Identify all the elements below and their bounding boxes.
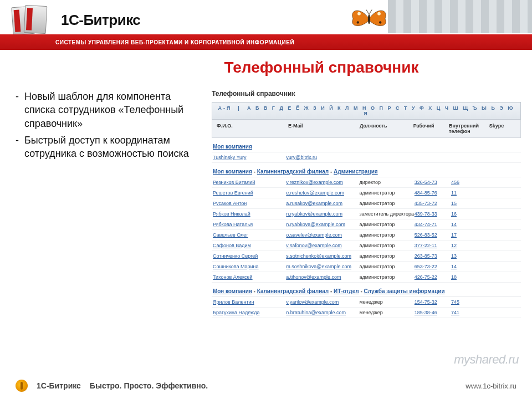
employee-ext-phone[interactable]: 745: [451, 299, 492, 305]
footer-slogan: Быстро. Просто. Эффективно.: [90, 381, 208, 390]
employee-email-link[interactable]: n.ryabkov@example.com: [286, 211, 359, 217]
watermark-text: myshared.ru: [454, 352, 519, 367]
employee-ext-phone[interactable]: 12: [451, 243, 492, 248]
breadcrumb-link[interactable]: Калининградский филиал: [257, 168, 329, 175]
employee-email-link[interactable]: n.ryabkova@example.com: [286, 222, 359, 227]
employee-work-phone[interactable]: 326-54-73: [415, 180, 451, 185]
breadcrumb-separator: -: [359, 288, 364, 294]
employee-work-phone[interactable]: 154-75-32: [415, 299, 451, 305]
employee-email-link[interactable]: v.yarilov@example.com: [286, 299, 359, 305]
svg-point-2: [377, 12, 381, 16]
employee-name-link[interactable]: Резников Виталий: [213, 180, 286, 185]
section-breadcrumb: Моя компания: [212, 138, 521, 152]
col-skype: Skype: [489, 123, 516, 134]
directory-row: Резников Виталийv.reznikov@example.comди…: [212, 177, 521, 188]
directory-table-header: Ф.И.О. E-Mail Должность Рабочий Внутренн…: [212, 120, 521, 138]
col-email: E-Mail: [288, 123, 360, 134]
employee-ext-phone[interactable]: 15: [451, 201, 492, 206]
directory-row: Tushinsky Yuryyury@bitrix.ru: [212, 152, 521, 163]
breadcrumb-link[interactable]: Моя компания: [213, 144, 252, 150]
employee-position: менеджер: [360, 310, 415, 315]
employee-name-link[interactable]: Ярилов Валентин: [213, 299, 286, 305]
employee-ext-phone[interactable]: 741: [451, 310, 492, 315]
employee-email-link[interactable]: v.safonov@example.com: [286, 243, 359, 248]
employee-work-phone[interactable]: 653-73-22: [415, 264, 451, 269]
employee-work-phone[interactable]: 426-75-22: [415, 274, 451, 280]
employee-name-link[interactable]: Сафонов Вадим: [213, 243, 286, 248]
employee-name-link[interactable]: Тихонов Алексей: [213, 274, 286, 280]
employee-ext-phone[interactable]: 18: [451, 274, 492, 280]
breadcrumb-link[interactable]: ИТ-отдел: [334, 288, 359, 294]
employee-position: администратор: [360, 201, 415, 206]
page-title: Телефонный справочник: [11, 59, 521, 76]
employee-email-link[interactable]: a.tihonov@example.com: [286, 274, 359, 280]
employee-name-link[interactable]: Сотниченко Сергей: [213, 253, 286, 259]
employee-position: администратор: [360, 253, 415, 259]
employee-name-link[interactable]: Решетов Евгений: [213, 190, 286, 196]
breadcrumb-separator: -: [252, 288, 257, 294]
employee-name-link[interactable]: Рябков Николай: [213, 211, 286, 217]
section-breadcrumb: Моя компания - Калининградский филиал - …: [212, 163, 521, 177]
employee-ext-phone[interactable]: 14: [451, 264, 492, 269]
employee-ext-phone[interactable]: 11: [451, 190, 492, 196]
alphabet-letters[interactable]: А Б В Г Д Е Ё Ж З И Й К Л М Н О П Р С Т …: [247, 105, 515, 116]
employee-email-link[interactable]: o.savelev@example.com: [286, 232, 359, 238]
col-work: Рабочий: [413, 123, 449, 134]
employee-work-phone[interactable]: 484-85-76: [415, 190, 451, 196]
alphabet-filter-bar[interactable]: А-Я | А Б В Г Д Е Ё Ж З И Й К Л М Н О П …: [212, 102, 521, 120]
employee-position: администратор: [360, 190, 415, 196]
directory-row: Сафонов Вадимv.safonov@example.comадмини…: [212, 241, 521, 251]
footer-url[interactable]: www.1c-bitrix.ru: [466, 382, 516, 390]
breadcrumb-link[interactable]: Служба защиты информации: [364, 288, 445, 294]
employee-email-link[interactable]: s.sotnichenko@example.com: [286, 253, 359, 259]
breadcrumb-separator: -: [329, 168, 334, 175]
employee-ext-phone[interactable]: 14: [451, 222, 492, 227]
brand-name: 1С-Битрикс: [61, 12, 140, 29]
employee-ext-phone[interactable]: 16: [451, 211, 492, 217]
employee-work-phone[interactable]: 435-73-72: [415, 201, 451, 206]
employee-work-phone[interactable]: 434-74-71: [415, 222, 451, 227]
employee-work-phone[interactable]: 526-83-52: [415, 232, 451, 238]
employee-email-link[interactable]: n.bratuhina@example.com: [286, 310, 359, 315]
footer-brand: 1С-Битрикс: [37, 381, 81, 390]
employee-work-phone[interactable]: 377-22-11: [415, 243, 451, 248]
employee-position: администратор: [360, 232, 415, 238]
employee-name-link[interactable]: Савельев Олег: [213, 232, 286, 238]
panel-title: Телефонный справочник: [212, 90, 521, 98]
alphabet-all[interactable]: А-Я: [218, 105, 232, 111]
employee-name-link[interactable]: Tushinsky Yury: [213, 155, 286, 160]
employee-email-link[interactable]: e.reshetov@example.com: [286, 190, 359, 196]
breadcrumb-link[interactable]: Калининградский филиал: [257, 288, 329, 294]
breadcrumb-link[interactable]: Моя компания: [213, 288, 252, 294]
breadcrumb-link[interactable]: Администрация: [334, 168, 378, 175]
employee-name-link[interactable]: Сошникова Марина: [213, 264, 286, 269]
svg-point-3: [357, 21, 359, 23]
employee-email-link[interactable]: v.reznikov@example.com: [286, 180, 359, 185]
directory-row: Решетов Евгенийe.reshetov@example.comадм…: [212, 188, 521, 198]
employee-name-link[interactable]: Русаков Антон: [213, 201, 286, 206]
employee-position: администратор: [360, 274, 415, 280]
employee-work-phone[interactable]: 439-78-33: [415, 211, 451, 217]
bullet-item: Быстрый доступ к координатам сотрудника …: [24, 134, 202, 161]
employee-work-phone[interactable]: 185-38-46: [415, 310, 451, 315]
employee-email-link[interactable]: a.rusakov@example.com: [286, 201, 359, 206]
col-position: Должность: [360, 123, 413, 134]
employee-position: заместитель директора: [360, 211, 415, 217]
header-red-bar: СИСТЕМЫ УПРАВЛЕНИЯ ВЕБ-ПРОЕКТАМИ И КОРПО…: [0, 34, 532, 50]
footer-logo-icon: [16, 380, 28, 392]
col-name: Ф.И.О.: [217, 123, 288, 134]
employee-email-link[interactable]: yury@bitrix.ru: [286, 155, 359, 160]
employee-email-link[interactable]: m.soshnikova@example.com: [286, 264, 359, 269]
employee-name-link[interactable]: Братухина Надежда: [213, 310, 286, 315]
employee-ext-phone[interactable]: 13: [451, 253, 492, 259]
employee-name-link[interactable]: Рябкова Наталья: [213, 222, 286, 227]
feature-bullets: Новый шаблон для компонента списка сотру…: [11, 90, 202, 163]
employee-work-phone[interactable]: 263-85-73: [415, 253, 451, 259]
employee-position: администратор: [360, 222, 415, 227]
employee-ext-phone[interactable]: 456: [451, 180, 492, 185]
breadcrumb-link[interactable]: Моя компания: [213, 168, 252, 175]
col-ext: Внутренний телефон: [449, 123, 489, 134]
employee-ext-phone[interactable]: 17: [451, 232, 492, 238]
directory-row: Тихонов Алексейa.tihonov@example.comадми…: [212, 272, 521, 283]
employee-position: директор: [360, 180, 415, 185]
